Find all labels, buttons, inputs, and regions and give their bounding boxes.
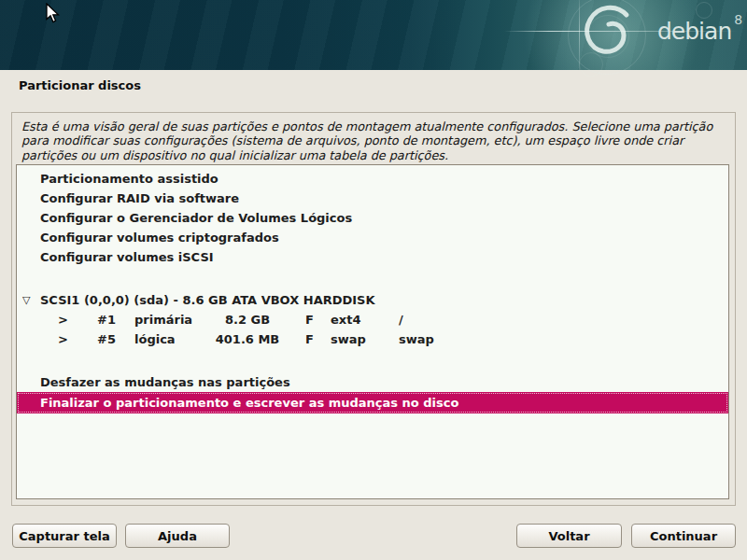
list-item-guided-partitioning[interactable]: Particionamento assistido bbox=[17, 169, 728, 189]
installer-banner: debian8 bbox=[0, 0, 747, 70]
list-item-disk[interactable]: ▽ SCSI1 (0,0,0) (sda) - 8.6 GB ATA VBOX … bbox=[17, 290, 728, 310]
page-title: Particionar discos bbox=[19, 78, 141, 92]
list-item-finish-partitioning[interactable]: Finalizar o particionamento e escrever a… bbox=[17, 392, 728, 413]
mouse-cursor bbox=[46, 3, 63, 25]
list-item-undo-changes[interactable]: Desfazer as mudanças nas partições bbox=[17, 372, 728, 392]
back-button[interactable]: Voltar bbox=[516, 524, 622, 548]
list-item-iscsi-volumes[interactable]: Configurar volumes iSCSI bbox=[17, 247, 728, 267]
continue-button[interactable]: Continuar bbox=[631, 524, 736, 548]
brand-version: 8 bbox=[734, 12, 742, 27]
partition-mountpoint: / bbox=[399, 310, 403, 329]
partition-mountpoint: swap bbox=[399, 329, 434, 349]
list-item-partition-1[interactable]: > #1 primária 8.2 GB F ext4 / bbox=[17, 310, 728, 329]
decor-ring bbox=[696, 2, 712, 19]
partition-filesystem: ext4 bbox=[331, 310, 360, 329]
help-button[interactable]: Ajuda bbox=[125, 524, 230, 548]
page-description: Esta é uma visão geral de suas partições… bbox=[21, 119, 727, 162]
partition-marker-icon: > bbox=[58, 310, 68, 329]
partition-number: #5 bbox=[97, 329, 116, 349]
list-item-lvm[interactable]: Configurar o Gerenciador de Volumes Lógi… bbox=[17, 208, 728, 228]
partition-list: Particionamento assistido Configurar RAI… bbox=[16, 164, 729, 499]
disk-label: SCSI1 (0,0,0) (sda) - 8.6 GB ATA VBOX HA… bbox=[40, 293, 375, 307]
brand-logotype: debian8 bbox=[657, 18, 740, 45]
expander-triangle-icon[interactable]: ▽ bbox=[22, 290, 37, 310]
debian-swirl-logo bbox=[562, 0, 655, 82]
partition-size: 8.2 GB bbox=[193, 310, 302, 329]
list-item-software-raid[interactable]: Configurar RAID via software bbox=[17, 189, 728, 208]
partition-filesystem: swap bbox=[331, 329, 366, 349]
list-item-partition-5[interactable]: > #5 lógica 401.6 MB F swap swap bbox=[17, 329, 728, 349]
partition-marker-icon: > bbox=[58, 329, 68, 349]
partition-number: #1 bbox=[97, 310, 116, 329]
partition-flag: F bbox=[305, 329, 314, 349]
partition-type: lógica bbox=[134, 329, 176, 349]
partition-size: 401.6 MB bbox=[193, 329, 302, 349]
partition-overview-frame: Esta é uma visão geral de suas partições… bbox=[11, 112, 736, 506]
partition-flag: F bbox=[305, 310, 314, 329]
brand-name: debian bbox=[657, 18, 731, 45]
list-item-encrypted-volumes[interactable]: Configurar volumes criptografados bbox=[17, 228, 728, 247]
partition-type: primária bbox=[134, 310, 192, 329]
screenshot-button[interactable]: Capturar tela bbox=[12, 524, 117, 548]
